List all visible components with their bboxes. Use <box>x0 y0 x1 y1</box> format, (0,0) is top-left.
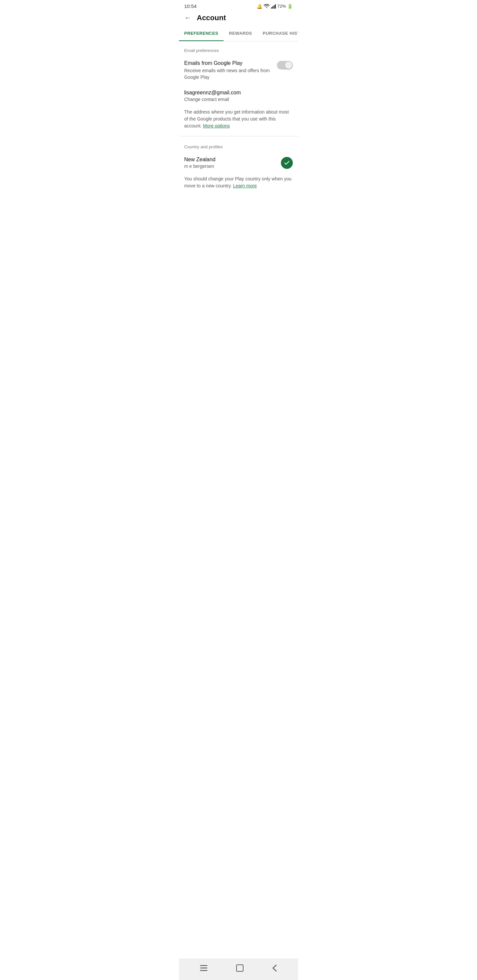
status-icons: 🔔 72% 🔋 <box>257 3 293 9</box>
emails-toggle-desc: Receive emails with news and offers from… <box>184 68 273 80</box>
country-check-icon <box>281 157 293 169</box>
tab-purchase-history[interactable]: PURCHASE HISTORY <box>257 26 298 41</box>
emails-toggle[interactable] <box>277 61 293 70</box>
change-email-label: Change contact email <box>184 97 293 102</box>
country-info-text: You should change your Play country only… <box>179 173 298 195</box>
emails-toggle-text: Emails from Google Play Receive emails w… <box>184 60 277 80</box>
page-title: Account <box>197 14 226 22</box>
country-profiles-section-label: Country and profiles <box>179 138 298 152</box>
country-row[interactable]: New Zealand m e bergersen <box>179 152 298 173</box>
header: ← Account <box>179 11 298 26</box>
emails-toggle-title: Emails from Google Play <box>184 60 273 66</box>
wifi-icon <box>264 3 270 9</box>
contact-email-row[interactable]: lisagreennz@gmail.com Change contact ema… <box>179 85 298 107</box>
emails-from-google-play-row: Emails from Google Play Receive emails w… <box>179 56 298 85</box>
more-options-link[interactable]: More options <box>203 123 230 129</box>
status-time: 10:54 <box>184 3 197 9</box>
tab-bar: PREFERENCES REWARDS PURCHASE HISTORY FAM <box>179 26 298 41</box>
country-text: New Zealand m e bergersen <box>184 157 215 169</box>
battery-percent: 72% <box>277 4 286 9</box>
email-info-content: The address where you get information ab… <box>184 109 289 129</box>
signal-icon <box>271 4 276 9</box>
content-area: Email preferences Emails from Google Pla… <box>179 41 298 221</box>
section-divider <box>179 136 298 137</box>
toggle-knob <box>285 62 292 69</box>
email-preferences-section-label: Email preferences <box>179 41 298 56</box>
country-name: New Zealand <box>184 157 215 162</box>
email-address: lisagreennz@gmail.com <box>184 90 293 96</box>
alarm-icon: 🔔 <box>257 4 262 9</box>
battery-icon: 🔋 <box>287 4 293 9</box>
learn-more-link[interactable]: Learn more <box>233 183 257 188</box>
back-button[interactable]: ← <box>184 14 191 22</box>
tab-rewards[interactable]: REWARDS <box>223 26 257 41</box>
country-user: m e bergersen <box>184 164 215 169</box>
email-info-text: The address where you get information ab… <box>179 107 298 135</box>
tab-preferences[interactable]: PREFERENCES <box>179 26 223 41</box>
status-bar: 10:54 🔔 72% 🔋 <box>179 0 298 11</box>
